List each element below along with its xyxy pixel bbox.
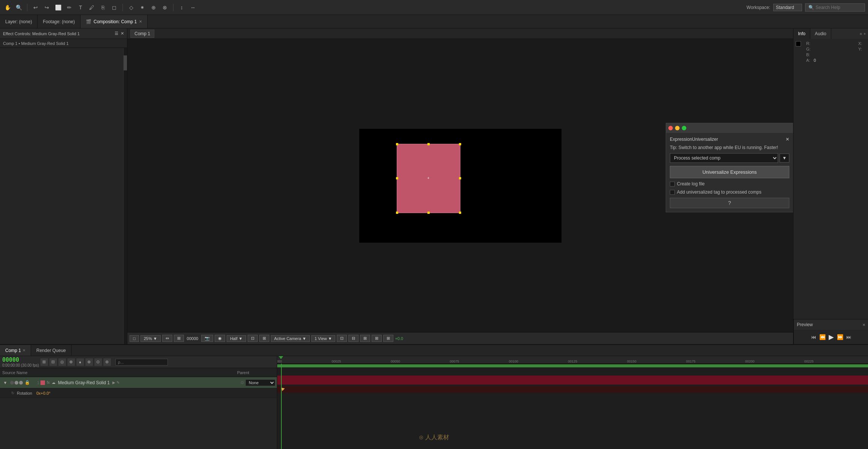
- timeline-tab-renderqueue[interactable]: Render Queue: [31, 345, 72, 356]
- eu-panel-close-icon[interactable]: ✕: [786, 137, 789, 142]
- timeline-icon-btn-4[interactable]: ⊕: [67, 358, 75, 366]
- expression-icon[interactable]: ⁕: [138, 3, 147, 12]
- handle-br[interactable]: [459, 212, 461, 214]
- comp-name-tab[interactable]: Comp 1: [130, 30, 154, 38]
- lock-icon[interactable]: 🔒: [25, 380, 30, 385]
- comp-tab-close-icon[interactable]: ✕: [139, 19, 142, 24]
- solid-shape[interactable]: +: [397, 144, 460, 213]
- eraser-icon[interactable]: ◻: [110, 3, 119, 12]
- zoom-btn[interactable]: 25% ▼: [140, 335, 161, 342]
- hand-tool-icon[interactable]: ✋: [3, 3, 12, 12]
- clone-icon[interactable]: ⎘: [99, 3, 108, 12]
- handle-mr[interactable]: [459, 177, 461, 179]
- layer-solo-dot[interactable]: [19, 381, 23, 385]
- undo-icon[interactable]: ↩: [31, 3, 40, 12]
- light-icon[interactable]: ⊗: [160, 3, 169, 12]
- timeline-toolbar: 00000 0:00:00:00 (30.00 fps) ⊞ ⊟ ◎ ⊕ ♦ ⊗…: [0, 356, 277, 368]
- reset-exposure-btn[interactable]: ⊞: [372, 335, 382, 342]
- pen-icon[interactable]: ✏: [65, 3, 74, 12]
- panel-tab-layer[interactable]: Layer: (none): [0, 15, 37, 28]
- brush-icon[interactable]: 🖊: [87, 3, 96, 12]
- layer-motion-blur-icon[interactable]: ☁: [52, 380, 55, 385]
- workspace-select[interactable]: Standard: [773, 4, 802, 11]
- left-panel-scrollbar[interactable]: [123, 48, 127, 344]
- handle-tr[interactable]: [459, 143, 461, 145]
- universalize-expressions-btn[interactable]: Universalize Expressions: [670, 166, 789, 178]
- handle-bc[interactable]: [427, 212, 430, 214]
- layer-fx-icon[interactable]: fx: [47, 380, 50, 385]
- active-camera-btn[interactable]: Active Camera ▼: [271, 335, 310, 342]
- timeline-search-input[interactable]: [115, 359, 168, 365]
- comp-settings-btn[interactable]: ⊞: [360, 335, 370, 342]
- layer-row[interactable]: ▼ 🔒 1 fx ☁ Medium Gray-Red Solid 1 ▶ ✎: [0, 377, 277, 388]
- zoom-tool-icon[interactable]: 🔍: [14, 3, 23, 12]
- audio-tab[interactable]: Audio: [810, 28, 831, 39]
- snapshot-btn[interactable]: 📷: [201, 335, 213, 342]
- search-help-input[interactable]: [816, 5, 861, 10]
- info-panel-menu-icon[interactable]: ≡: [860, 32, 862, 36]
- play-btn[interactable]: ▶: [829, 333, 834, 341]
- info-r-label: R:: [806, 41, 814, 46]
- layer-parent-select[interactable]: None: [245, 379, 275, 386]
- handle-tc[interactable]: [427, 143, 430, 145]
- skip-back-btn[interactable]: ⏮: [811, 334, 816, 340]
- views-btn[interactable]: 1 View ▼: [311, 335, 336, 342]
- step-forward-btn[interactable]: ⏩: [837, 334, 843, 340]
- layer-visible-dot[interactable]: [15, 381, 18, 385]
- handle-tl[interactable]: [396, 143, 398, 145]
- step-back-btn[interactable]: ⏪: [819, 334, 826, 340]
- layer-collapse-icon[interactable]: ▼: [1, 379, 9, 386]
- fit-width-btn[interactable]: ⇔: [162, 335, 172, 342]
- eu-circle-red[interactable]: [668, 126, 673, 130]
- effect-controls-menu-icon[interactable]: ☰: [115, 31, 118, 36]
- eu-circle-yellow[interactable]: [675, 126, 680, 130]
- skip-forward-btn[interactable]: ⏭: [846, 334, 852, 340]
- playhead[interactable]: [281, 364, 282, 449]
- eu-circle-green[interactable]: [682, 126, 686, 130]
- render-shortcut-btn[interactable]: ⊡: [337, 335, 347, 342]
- search-help-box[interactable]: 🔍: [805, 3, 865, 12]
- timeline-icon-btn-5[interactable]: ♦: [76, 358, 84, 366]
- info-expand-icon[interactable]: +: [864, 32, 866, 36]
- snapping-icon[interactable]: ↔: [188, 3, 197, 12]
- safe-zones-btn[interactable]: ⊞: [174, 335, 184, 342]
- shape-icon[interactable]: ◇: [127, 3, 136, 12]
- render-btn[interactable]: ⊟: [348, 335, 359, 342]
- timeline-tab-comp1-close[interactable]: ✕: [22, 348, 25, 352]
- layer-track-bar[interactable]: [277, 376, 868, 385]
- effect-controls-close-icon[interactable]: ✕: [121, 31, 124, 36]
- zoom-label: 25%: [144, 336, 152, 341]
- show-snapshot-btn[interactable]: ◉: [215, 335, 225, 342]
- timeline-icon-btn-7[interactable]: ⊙: [94, 358, 102, 366]
- quality-btn[interactable]: Half ▼: [227, 335, 246, 342]
- eu-checkbox-tag[interactable]: [670, 190, 675, 195]
- timeline-icon-btn-8[interactable]: ⊛: [103, 358, 111, 366]
- eu-checkbox-log[interactable]: [670, 182, 675, 186]
- timeline-icon-btn-3[interactable]: ◎: [58, 358, 66, 366]
- always-preview-btn[interactable]: □: [130, 335, 139, 342]
- eu-process-select[interactable]: Process selected comp: [670, 153, 778, 163]
- handle-bl[interactable]: [396, 212, 398, 214]
- panel-tab-composition[interactable]: 🎬 Composition: Comp 1 ✕: [81, 15, 148, 28]
- timeline-icon-btn-6[interactable]: ⊗: [85, 358, 93, 366]
- snap-icon[interactable]: ↕: [177, 3, 186, 12]
- timeline-icon-btn-1[interactable]: ⊞: [40, 358, 48, 366]
- preview-close-icon[interactable]: ✕: [862, 323, 865, 327]
- camera-icon[interactable]: ⊕: [149, 3, 158, 12]
- timeline-tab-comp1[interactable]: Comp 1 ✕: [0, 345, 31, 356]
- toggle-btn[interactable]: ⊞: [383, 335, 393, 342]
- type-icon[interactable]: T: [76, 3, 85, 12]
- info-tab[interactable]: Info: [793, 28, 810, 39]
- transparency-btn[interactable]: ⊡: [248, 335, 258, 342]
- timeline-icon-btn-2[interactable]: ⊟: [49, 358, 57, 366]
- eu-select-arrow[interactable]: ▼: [780, 154, 789, 163]
- eu-help-btn[interactable]: ?: [670, 198, 789, 208]
- layer-shy-dot[interactable]: [10, 381, 14, 385]
- redo-icon[interactable]: ↪: [42, 3, 51, 12]
- mask-icon[interactable]: ⬜: [54, 3, 63, 12]
- panel-tab-footage[interactable]: Footage: (none): [37, 15, 80, 28]
- grid-btn[interactable]: ⊞: [259, 335, 269, 342]
- work-area-bar[interactable]: [277, 364, 868, 367]
- handle-ml[interactable]: [396, 177, 398, 179]
- left-panel-scroll-thumb[interactable]: [124, 55, 127, 70]
